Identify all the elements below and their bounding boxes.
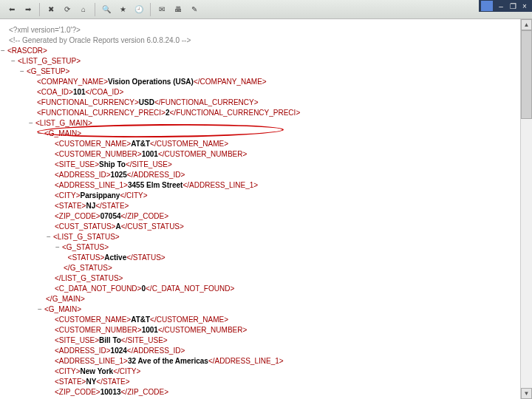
xml-line: <ZIP_CODE>07054</ZIP_CODE>: [9, 211, 523, 222]
twisty-icon[interactable]: −: [10, 56, 16, 66]
xml-line: −<LIST_G_MAIN>: [9, 118, 523, 129]
xml-line: −<RASCDR>: [9, 46, 523, 56]
home-icon[interactable]: ⌂: [76, 2, 91, 17]
xml-line: <FUNCTIONAL_CURRENCY>USD</FUNCTIONAL_CUR…: [9, 98, 523, 108]
xml-line: <ZIP_CODE>10013</ZIP_CODE>: [9, 387, 523, 398]
xml-line: <CUSTOMER_NAME>AT&T</CUSTOMER_NAME>: [9, 139, 523, 149]
xml-line: <C_DATA_NOT_FOUND>0</C_DATA_NOT_FOUND>: [9, 284, 523, 294]
close-button[interactable]: ×: [519, 1, 531, 11]
xml-line: <STATE>NJ</STATE>: [9, 201, 523, 211]
app-logo-icon: [480, 0, 494, 12]
scroll-thumb[interactable]: [521, 30, 532, 119]
twisty-icon[interactable]: −: [28, 118, 34, 129]
refresh-icon[interactable]: ⟳: [60, 2, 75, 17]
xml-line: <FUNCTIONAL_CURRENCY_PRECI>2</FUNCTIONAL…: [9, 108, 523, 118]
xml-line: <COMPANY_NAME>Vision Operations (USA)</C…: [9, 77, 523, 87]
xml-line: <STATUS>Active</STATUS>: [9, 253, 523, 263]
browser-toolbar: ⬅ ➡ ✖ ⟳ ⌂ 🔍 ★ 🕘 ✉ 🖶 ✎: [0, 0, 532, 19]
history-icon[interactable]: 🕘: [132, 2, 146, 17]
print-icon[interactable]: 🖶: [171, 2, 185, 17]
xml-line: −<G_SETUP>: [9, 66, 523, 77]
restore-button[interactable]: ❐: [507, 1, 519, 11]
xml-comment: <!-- Generated by Oracle Reports version…: [9, 35, 523, 46]
xml-line: −<LIST_G_STATUS>: [9, 232, 523, 242]
xml-line: <CITY>New York</CITY>: [9, 366, 523, 377]
xml-viewer: <?xml version='1.0'?> <!-- Generated by …: [0, 19, 532, 399]
vertical-scrollbar[interactable]: ▲ ▼: [520, 19, 532, 399]
scroll-up-icon[interactable]: ▲: [521, 19, 532, 30]
xml-line: <CUSTOMER_NUMBER>1001</CUSTOMER_NUMBER>: [9, 325, 523, 335]
minimize-button[interactable]: –: [495, 1, 507, 11]
search-icon[interactable]: 🔍: [99, 2, 114, 17]
twisty-icon[interactable]: −: [37, 304, 43, 315]
twisty-icon[interactable]: −: [46, 232, 52, 242]
xml-line: −<G_MAIN>: [9, 129, 523, 139]
xml-line: −<G_MAIN>: [9, 304, 523, 315]
xml-line: <SITE_USE>Ship To</SITE_USE>: [9, 160, 523, 170]
xml-line: <CUSTOMER_NAME>AT&T</CUSTOMER_NAME>: [9, 315, 523, 325]
toolbar-separator: [150, 3, 151, 16]
twisty-icon[interactable]: −: [19, 66, 25, 77]
back-icon[interactable]: ⬅: [4, 2, 19, 17]
xml-declaration: <?xml version='1.0'?>: [9, 25, 523, 35]
xml-line: −<LIST_G_SETUP>: [9, 56, 523, 66]
xml-line: <CITY>Parsippany</CITY>: [9, 191, 523, 201]
xml-line: <ADDRESS_LINE_1>32 Ave of the Americas</…: [9, 356, 523, 366]
xml-line: <SITE_USE>Bill To</SITE_USE>: [9, 335, 523, 346]
xml-line: <COA_ID>101</COA_ID>: [9, 87, 523, 98]
xml-line: </LIST_G_STATUS>: [9, 273, 523, 284]
twisty-icon[interactable]: −: [55, 242, 61, 253]
xml-line: −<G_STATUS>: [9, 242, 523, 253]
edit-icon[interactable]: ✎: [187, 2, 202, 17]
xml-line: <CUST_STATUS>A</CUST_STATUS>: [9, 222, 523, 232]
forward-icon[interactable]: ➡: [21, 2, 35, 17]
xml-line-highlighted: <CUSTOMER_NUMBER>1001</CUSTOMER_NUMBER>: [9, 149, 523, 160]
favorites-icon[interactable]: ★: [115, 2, 130, 17]
xml-line: <ADDRESS_LINE_1>3455 Elm Street</ADDRESS…: [9, 180, 523, 191]
mail-icon[interactable]: ✉: [154, 2, 169, 17]
xml-line: <ADDRESS_ID>1025</ADDRESS_ID>: [9, 170, 523, 180]
xml-line: <ADDRESS_ID>1024</ADDRESS_ID>: [9, 346, 523, 356]
xml-line: <STATE>NY</STATE>: [9, 377, 523, 387]
twisty-icon[interactable]: −: [37, 129, 43, 139]
scroll-down-icon[interactable]: ▼: [521, 388, 532, 399]
xml-line: </G_MAIN>: [9, 294, 523, 304]
toolbar-separator: [39, 3, 40, 16]
window-controls: – ❐ ×: [479, 0, 532, 12]
stop-icon[interactable]: ✖: [44, 2, 58, 17]
twisty-icon[interactable]: −: [0, 46, 6, 56]
xml-line: </G_STATUS>: [9, 263, 523, 273]
toolbar-separator: [95, 3, 95, 16]
